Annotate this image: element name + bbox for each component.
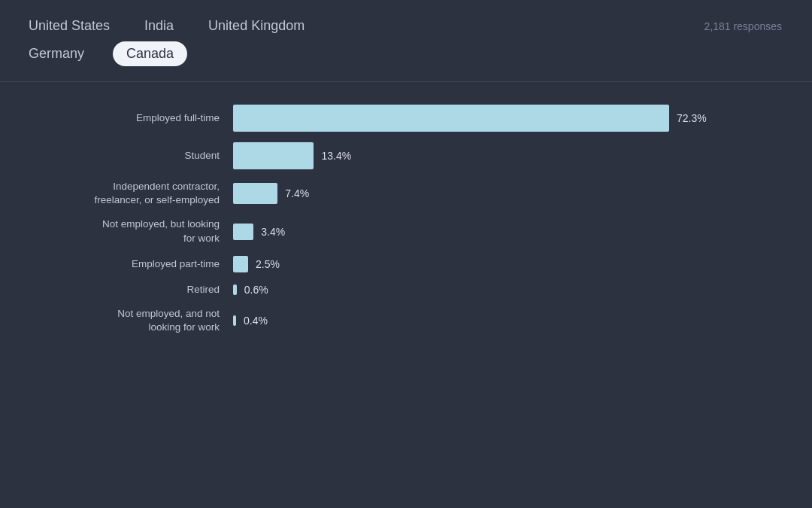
filter-tab-germany[interactable]: Germany bbox=[23, 43, 90, 65]
bar-row: Independent contractor,freelancer, or se… bbox=[45, 180, 767, 207]
bar-fill bbox=[233, 142, 314, 169]
bar-label: Retired bbox=[45, 283, 233, 297]
header: United StatesIndiaUnited Kingdom 2,181 r… bbox=[0, 0, 812, 74]
bar-track: 2.5% bbox=[233, 256, 767, 272]
bar-pct-label: 0.6% bbox=[244, 284, 268, 296]
bar-track: 0.6% bbox=[233, 284, 767, 296]
bar-label: Not employed, but lookingfor work bbox=[45, 217, 233, 245]
bar-track: 0.4% bbox=[233, 315, 767, 327]
filter-tab-uk[interactable]: United Kingdom bbox=[202, 15, 311, 37]
bar-label: Not employed, and notlooking for work bbox=[45, 307, 233, 334]
bar-pct-label: 0.4% bbox=[244, 315, 268, 327]
bar-label: Independent contractor,freelancer, or se… bbox=[45, 180, 233, 207]
bar-fill bbox=[233, 256, 248, 272]
chart-container: Employed full-time72.3%Student13.4%Indep… bbox=[0, 82, 812, 360]
bar-row: Employed full-time72.3% bbox=[45, 105, 767, 132]
bar-track: 13.4% bbox=[233, 142, 767, 169]
bar-fill bbox=[233, 183, 277, 204]
bar-row: Student13.4% bbox=[45, 142, 767, 169]
bar-pct-label: 72.3% bbox=[677, 112, 707, 124]
bar-row: Not employed, but lookingfor work3.4% bbox=[45, 217, 767, 245]
bar-track: 3.4% bbox=[233, 224, 767, 240]
filter-tabs-row2: GermanyCanada bbox=[23, 41, 789, 66]
bar-label: Student bbox=[45, 149, 233, 163]
header-row-1: United StatesIndiaUnited Kingdom 2,181 r… bbox=[23, 15, 789, 37]
bar-fill bbox=[233, 105, 669, 132]
filter-tabs-row1: United StatesIndiaUnited Kingdom bbox=[23, 15, 311, 37]
bar-row: Not employed, and notlooking for work0.4… bbox=[45, 307, 767, 334]
responses-count: 2,181 responses bbox=[704, 20, 789, 32]
filter-tab-canada[interactable]: Canada bbox=[113, 41, 187, 66]
filter-tab-india[interactable]: India bbox=[138, 15, 180, 37]
bar-fill bbox=[233, 284, 237, 295]
bar-pct-label: 13.4% bbox=[321, 150, 351, 162]
bar-fill bbox=[233, 315, 236, 326]
bar-pct-label: 3.4% bbox=[261, 226, 285, 238]
bar-track: 7.4% bbox=[233, 183, 767, 204]
bar-label: Employed full-time bbox=[45, 111, 233, 125]
bar-row: Employed part-time2.5% bbox=[45, 256, 767, 272]
bar-track: 72.3% bbox=[233, 105, 767, 132]
filter-tab-us[interactable]: United States bbox=[23, 15, 116, 37]
bar-pct-label: 2.5% bbox=[256, 258, 280, 270]
bar-row: Retired0.6% bbox=[45, 283, 767, 297]
bar-label: Employed part-time bbox=[45, 257, 233, 271]
bar-fill bbox=[233, 224, 253, 240]
bar-pct-label: 7.4% bbox=[285, 187, 309, 199]
